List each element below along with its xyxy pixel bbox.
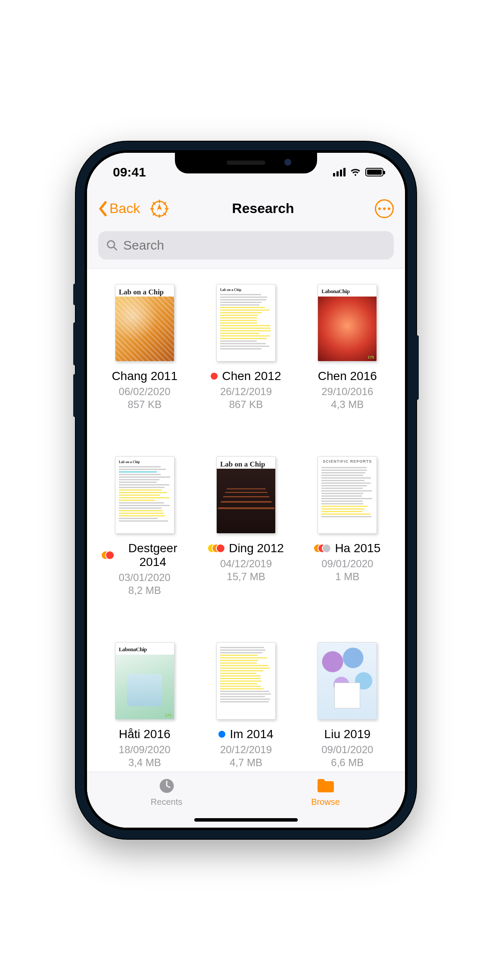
tag-dots xyxy=(208,544,224,552)
tab-label: Recents xyxy=(151,797,182,807)
file-date: 20/12/2019 xyxy=(220,744,272,756)
file-size: 8,2 MB xyxy=(128,584,161,597)
file-name: Chen 2016 xyxy=(318,369,377,383)
file-name: Destgeer 2014 xyxy=(118,541,188,569)
file-item[interactable]: Lab on a Chip Chen 2012 26/12/2019 867 K… xyxy=(199,284,292,417)
battery-icon xyxy=(365,168,383,176)
file-thumbnail[interactable]: Lab on a Chip xyxy=(216,284,276,362)
file-thumbnail[interactable]: Lab on a Chip xyxy=(216,456,276,534)
file-size: 857 KB xyxy=(128,399,162,411)
file-size: 4,3 MB xyxy=(331,399,364,411)
file-date: 09/01/2020 xyxy=(321,744,373,756)
tag-dots xyxy=(102,551,114,559)
nav-bar: Back Research xyxy=(87,192,405,226)
file-size: 15,7 MB xyxy=(227,571,265,583)
file-thumbnail[interactable]: LabonaChip 175 xyxy=(115,642,174,720)
search-icon xyxy=(106,239,118,251)
file-size: 1 MB xyxy=(335,571,359,583)
back-label: Back xyxy=(109,201,140,216)
file-size: 3,4 MB xyxy=(128,757,161,769)
file-date: 06/02/2020 xyxy=(119,386,171,398)
ellipsis-icon xyxy=(378,207,390,210)
file-thumbnail[interactable]: LabonaChip 175 xyxy=(318,284,377,362)
file-item[interactable]: SCIENTIFIC REPORTS Ha 2015 09/01/2020 1 … xyxy=(301,456,394,603)
file-date: 18/09/2020 xyxy=(119,744,171,756)
file-item[interactable]: Im 2014 20/12/2019 4,7 MB xyxy=(199,642,292,776)
file-item[interactable]: LabonaChip 175 Håti 2016 18/09/2020 3,4 … xyxy=(98,642,191,776)
file-name: Chang 2011 xyxy=(112,369,177,383)
svg-line-10 xyxy=(114,247,116,250)
file-size: 867 KB xyxy=(229,399,263,411)
status-indicators xyxy=(333,168,383,176)
file-thumbnail[interactable]: SCIENTIFIC REPORTS xyxy=(318,456,377,534)
folder-icon xyxy=(316,777,335,795)
file-thumbnail[interactable]: Lab on a Chip xyxy=(115,456,174,534)
file-item[interactable]: LabonaChip 175 Chen 2016 29/10/2016 4,3 … xyxy=(301,284,394,417)
file-item[interactable]: Lab on a Chip Chang 2011 06/02/2020 857 … xyxy=(98,284,191,417)
cellular-icon xyxy=(333,168,346,176)
file-date: 29/10/2016 xyxy=(321,386,373,398)
file-size: 6,6 MB xyxy=(331,757,364,769)
tag-dot xyxy=(218,731,225,738)
file-date: 26/12/2019 xyxy=(220,386,272,398)
file-date: 03/01/2020 xyxy=(119,572,171,584)
tag-dot xyxy=(211,373,218,380)
tab-label: Browse xyxy=(311,797,340,807)
svg-rect-12 xyxy=(318,783,334,792)
file-thumbnail[interactable] xyxy=(318,642,377,720)
file-date: 04/12/2019 xyxy=(220,558,272,570)
file-name: Ding 2012 xyxy=(229,541,284,555)
file-name: Chen 2012 xyxy=(222,369,281,383)
chevron-left-icon xyxy=(98,201,108,216)
page-title: Research xyxy=(151,201,375,216)
file-date: 09/01/2020 xyxy=(321,558,373,570)
clock-icon xyxy=(157,777,176,795)
file-name: Liu 2019 xyxy=(324,727,371,741)
search-input[interactable] xyxy=(123,238,386,253)
home-indicator[interactable] xyxy=(194,818,298,822)
back-button[interactable]: Back xyxy=(98,201,140,216)
search-field[interactable] xyxy=(98,231,394,260)
file-name: Håti 2016 xyxy=(119,727,171,741)
file-grid[interactable]: Lab on a Chip Chang 2011 06/02/2020 857 … xyxy=(87,269,405,828)
file-size: 4,7 MB xyxy=(230,757,262,769)
wifi-icon xyxy=(350,168,361,176)
file-thumbnail[interactable]: Lab on a Chip xyxy=(115,284,174,362)
file-thumbnail[interactable] xyxy=(216,642,276,720)
file-name: Ha 2015 xyxy=(335,541,380,555)
file-item[interactable]: Liu 2019 09/01/2020 6,6 MB xyxy=(301,642,394,776)
file-item[interactable]: Lab on a Chip Destgeer 2014 03/01/2020 8… xyxy=(98,456,191,603)
tag-dots xyxy=(314,544,330,552)
more-button[interactable] xyxy=(375,199,394,218)
file-name: Im 2014 xyxy=(230,727,273,741)
status-time: 09:41 xyxy=(113,165,146,179)
file-item[interactable]: Lab on a Chip Ding 2012 04/12/2019 15,7 … xyxy=(199,456,292,603)
